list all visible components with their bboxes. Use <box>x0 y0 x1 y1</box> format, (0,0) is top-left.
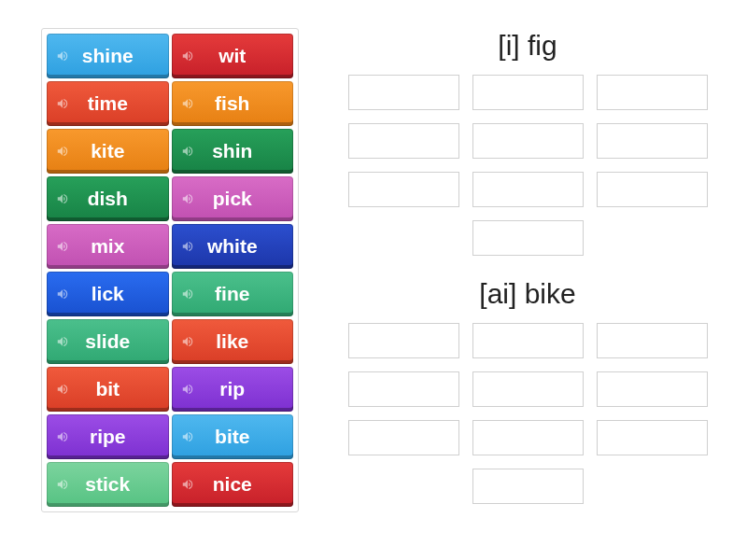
speaker-icon[interactable] <box>56 192 69 205</box>
word-tile-shin[interactable]: shin <box>172 129 294 174</box>
speaker-icon[interactable] <box>181 287 194 301</box>
drop-slot[interactable] <box>348 123 459 159</box>
speaker-icon[interactable] <box>56 145 69 158</box>
word-tile-kite[interactable]: kite <box>47 129 169 174</box>
speaker-icon[interactable] <box>56 383 69 396</box>
speaker-icon[interactable] <box>181 383 194 396</box>
word-tile-mix[interactable]: mix <box>47 224 169 269</box>
word-tile-pick[interactable]: pick <box>172 176 294 221</box>
word-tile-bit[interactable]: bit <box>47 367 169 412</box>
word-tile-label: like <box>216 330 248 353</box>
word-tile-label: white <box>207 235 258 258</box>
word-tile-label: bite <box>215 426 249 448</box>
speaker-icon[interactable] <box>181 478 194 491</box>
speaker-icon[interactable] <box>181 335 194 348</box>
word-tile-white[interactable]: white <box>172 224 294 269</box>
word-tile-label: shin <box>212 140 252 162</box>
drop-slot[interactable] <box>472 220 584 256</box>
drop-slot[interactable] <box>472 420 584 455</box>
drop-slot[interactable] <box>472 371 584 407</box>
word-tile-pool: shinewittimefishkiteshindishpickmixwhite… <box>41 28 299 512</box>
speaker-icon[interactable] <box>56 240 69 253</box>
word-tile-dish[interactable]: dish <box>47 176 169 221</box>
speaker-icon[interactable] <box>181 240 194 253</box>
drop-slot[interactable] <box>348 75 459 110</box>
speaker-icon[interactable] <box>56 97 69 110</box>
drop-slot[interactable] <box>348 420 459 455</box>
drop-group: [i] fig <box>341 30 714 256</box>
slot-grid <box>341 75 714 256</box>
word-tile-label: lick <box>92 283 124 305</box>
speaker-icon[interactable] <box>56 49 69 63</box>
word-tile-shine[interactable]: shine <box>47 34 169 78</box>
word-tile-label: mix <box>91 235 124 258</box>
drop-slot[interactable] <box>597 323 708 358</box>
word-tile-label: nice <box>213 473 252 496</box>
speaker-icon[interactable] <box>56 287 69 301</box>
word-tile-label: kite <box>91 140 124 162</box>
drop-slot[interactable] <box>472 172 584 207</box>
drop-slot[interactable] <box>597 420 708 455</box>
speaker-icon[interactable] <box>56 430 69 443</box>
speaker-icon[interactable] <box>181 97 194 110</box>
speaker-icon[interactable] <box>181 145 194 158</box>
drop-slot[interactable] <box>348 172 459 207</box>
word-tile-label: rip <box>219 378 245 400</box>
drop-slot[interactable] <box>597 371 708 407</box>
drop-slot[interactable] <box>348 371 459 407</box>
word-tile-like[interactable]: like <box>172 319 294 364</box>
word-tile-wit[interactable]: wit <box>172 34 294 78</box>
drop-slot[interactable] <box>472 123 584 159</box>
word-tile-label: time <box>88 92 128 115</box>
word-tile-stick[interactable]: stick <box>47 462 169 507</box>
word-tile-ripe[interactable]: ripe <box>47 414 169 459</box>
word-tile-nice[interactable]: nice <box>172 462 294 507</box>
word-tile-label: shine <box>82 45 134 67</box>
drop-slot[interactable] <box>597 75 708 110</box>
word-tile-bite[interactable]: bite <box>172 414 294 459</box>
drop-slot[interactable] <box>472 323 584 358</box>
word-tile-label: stick <box>85 473 130 496</box>
word-tile-fish[interactable]: fish <box>172 81 294 126</box>
drop-slot[interactable] <box>472 469 584 504</box>
group-title: [i] fig <box>341 30 714 62</box>
speaker-icon[interactable] <box>56 335 69 348</box>
drop-group: [ai] bike <box>341 278 714 504</box>
speaker-icon[interactable] <box>181 430 194 443</box>
drop-slot[interactable] <box>597 123 708 159</box>
drop-slot[interactable] <box>597 172 708 207</box>
drop-slot[interactable] <box>472 75 584 110</box>
word-tile-slide[interactable]: slide <box>47 319 169 364</box>
speaker-icon[interactable] <box>181 192 194 205</box>
word-tile-time[interactable]: time <box>47 81 169 126</box>
word-tile-label: fish <box>215 92 249 115</box>
word-tile-label: pick <box>213 188 252 210</box>
word-tile-lick[interactable]: lick <box>47 272 169 316</box>
word-tile-label: ripe <box>90 426 126 448</box>
drop-slot[interactable] <box>348 323 459 358</box>
group-title: [ai] bike <box>341 278 714 310</box>
speaker-icon[interactable] <box>181 49 194 63</box>
drop-groups: [i] fig[ai] bike <box>336 28 719 512</box>
word-tile-rip[interactable]: rip <box>172 367 294 412</box>
word-tile-label: bit <box>95 378 120 400</box>
word-tile-label: dish <box>88 188 128 210</box>
activity-stage: shinewittimefishkiteshindishpickmixwhite… <box>0 0 747 512</box>
speaker-icon[interactable] <box>56 478 69 491</box>
word-tile-label: wit <box>218 45 246 67</box>
slot-grid <box>341 323 714 504</box>
word-tile-label: fine <box>215 283 249 305</box>
word-tile-fine[interactable]: fine <box>172 272 294 316</box>
word-tile-label: slide <box>85 330 130 353</box>
